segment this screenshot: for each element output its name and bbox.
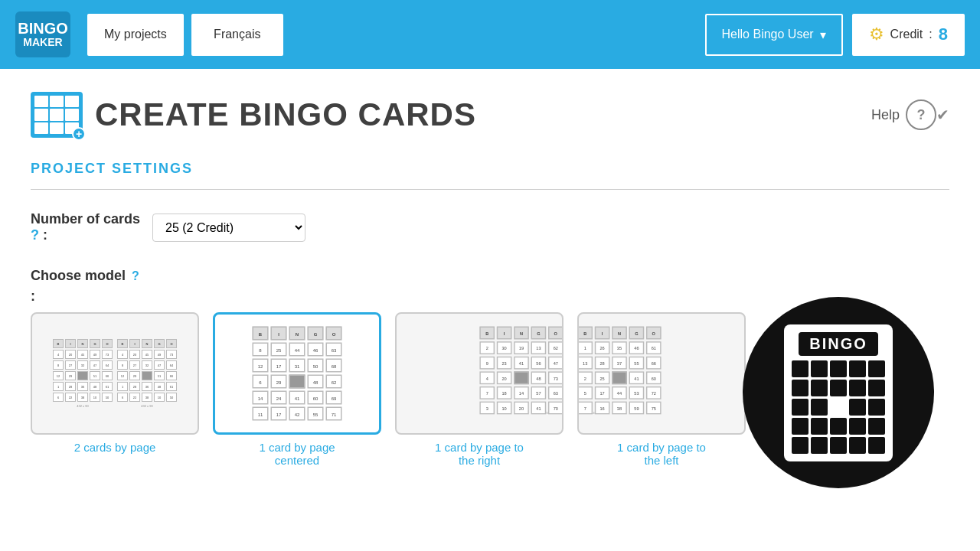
mini-cell-free [142,371,152,380]
mini-cell: 23 [497,356,512,369]
mini-cell: 7 [577,401,593,414]
mini-cell: 61 [646,341,662,354]
model-card-label-2: 1 card by page tothe right [435,441,524,467]
model-card-1: 390 x 594 B I N G O 825444 [213,312,381,467]
mini-cell: 62 [326,375,342,389]
mini-row: 420454973 [117,350,177,359]
credit-label: Credit [890,28,923,41]
model-card-img-0[interactable]: B I N G O 420454973 [31,312,199,435]
number-of-cards-select[interactable]: 25 (2 Credit) 50 (4 Credit) 100 (8 Credi… [152,214,305,242]
mini-cell: 8 [117,360,128,370]
mini-cell: 22 [65,393,76,402]
mini-cell: O [646,326,662,339]
mini-cell: 6 [117,393,128,402]
mini-cell: 25 [271,343,287,357]
mini-cell: 32 [142,360,152,370]
mini-cell: N [612,326,627,339]
mini-cell-free [289,375,305,389]
mini-row: 517445372 [577,386,661,399]
mini-cell: 57 [531,386,547,399]
mini-cell: 41 [531,401,547,414]
mini-cell: 4 [479,371,495,384]
mini-cell: 24 [271,391,287,405]
mini-cell: 17 [595,386,610,399]
mini-cell: 20 [497,371,512,384]
mini-cell: 73 [166,350,177,359]
title-icon-cell [34,122,48,134]
mini-cell: O [102,339,113,348]
mini-cell: 29 [271,375,287,389]
mini-row: 230191362 [479,341,563,354]
mini-row: 622381050 [117,393,177,402]
mini-cell: 59 [629,401,645,414]
mini-row: 622381050 [53,393,113,402]
mini-row: B I N G O [577,326,661,339]
two-cards-wrapper: B I N G O 420454973 [53,339,177,408]
section-divider [31,189,949,190]
section-title: PROJECT SETTINGS [31,161,949,177]
model-card-label-3: 1 card by page tothe left [617,441,706,467]
mini-row: B I N G O [253,327,342,341]
help-icon: ? [906,99,936,130]
mini-cell: 27 [129,360,140,370]
mini-cell: B [253,327,269,341]
my-projects-button[interactable]: My projects [87,14,184,56]
bingo-grid-cell [811,437,828,454]
models-area: B I N G O 420454973 [31,312,949,467]
mini-cell: G [531,326,547,339]
mini-cell: 20 [65,350,76,359]
mini-cell: 14 [253,391,269,405]
mini-cell: O [326,327,342,341]
mini-bingo-card3: B I N G O 126354661 1328 [577,326,661,414]
model-card-img-3[interactable]: B I N G O 126354661 1328 [577,312,746,435]
mini-bingo-card2: B I N G O 230191362 9234 [479,326,563,414]
model-help-icon[interactable]: ? [132,269,139,283]
mini-cell: 16 [595,401,610,414]
mini-cell: 38 [77,393,88,402]
hello-user-text: Hello Bingo User [722,28,814,41]
hello-user-button[interactable]: Hello Bingo User ▾ [705,14,843,56]
mini-cell: 28 [129,382,140,391]
mini-cell: 55 [308,407,324,421]
mini-cell: 10 [90,393,100,402]
number-of-cards-label: Number of cards ? : [31,211,140,243]
mini-cell: 4 [53,350,64,359]
title-icon-cell [34,109,48,120]
model-card-img-2[interactable]: B I N G O 230191362 9234 [395,312,564,435]
number-help-icon[interactable]: ? [31,227,39,243]
mini-cell: 42 [289,407,305,421]
mini-cell: 17 [271,407,287,421]
language-button[interactable]: Français [191,14,283,56]
mini-row: 1328375566 [577,356,661,369]
bingo-logo-title: BINGO [799,332,878,356]
mini-row: 126354661 [577,341,661,354]
mini-cell: 56 [531,356,547,369]
title-icon-plus: + [72,127,86,141]
bingo-grid-cell [849,437,866,454]
mini-cell: N [77,339,88,348]
mini-cell: I [271,327,287,341]
mini-cell: 48 [90,382,100,391]
card-size-label-2: 432 x 90 [141,404,152,408]
choose-model-label: Choose model [31,268,126,284]
card-with-label-1: B I N G O 420454973 [53,339,113,408]
header-nav: My projects Français [87,14,283,56]
mini-cell: 53 [629,386,645,399]
mini-cell: G [154,339,165,348]
card3-content: B I N G O 126354661 1328 [585,333,738,415]
mini-row: 128364861 [117,382,177,391]
mini-cell: 29 [129,371,140,380]
model-card-img-1[interactable]: 390 x 594 B I N G O 825444 [213,312,381,435]
main-content: + CREATE BINGO CARDS Help ? ✔ PROJECT SE… [0,69,980,490]
mini-cell: I [595,326,610,339]
mini-cell: 27 [65,360,76,370]
credit-button[interactable]: ⚙ Credit : 8 [852,14,965,56]
mini-cell-free [77,371,88,380]
mini-row: 923415647 [479,356,563,369]
bingo-grid-cell [868,360,885,377]
bingo-grid-cell [830,418,847,435]
mini-cell: 20 [129,350,140,359]
choose-model-label-row: Choose model ? [31,268,949,284]
mini-cell: 2 [479,341,495,354]
mini-cell: 4 [117,350,128,359]
